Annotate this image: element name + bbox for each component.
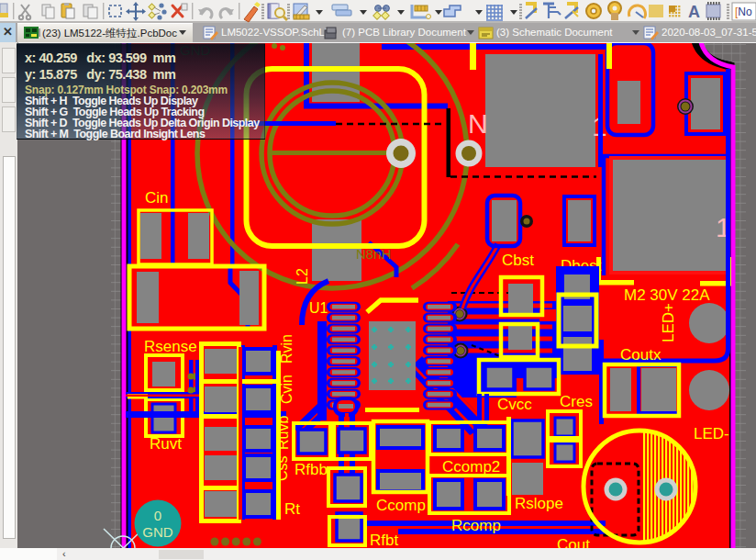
svg-text:Cres: Cres	[560, 393, 593, 410]
svg-text:U1: U1	[309, 300, 328, 316]
svg-text:Ccomp: Ccomp	[376, 497, 426, 514]
svg-text:0: 0	[154, 508, 161, 523]
svg-text:LED-: LED-	[694, 425, 729, 442]
svg-text:A: A	[688, 3, 700, 21]
svg-text:Cout: Cout	[557, 536, 590, 548]
svg-text:LED+: LED+	[660, 303, 677, 342]
svg-text:Rcomp: Rcomp	[451, 517, 501, 534]
svg-text:Rvin: Rvin	[279, 334, 295, 364]
svg-text:GND: GND	[142, 524, 173, 540]
svg-text:Rfbt: Rfbt	[370, 532, 398, 548]
svg-text:Coutx: Coutx	[620, 346, 662, 364]
svg-text:N8nH: N8nH	[356, 246, 391, 262]
svg-text:Rt: Rt	[284, 500, 300, 518]
svg-text:Ruvt: Ruvt	[150, 435, 182, 453]
svg-text:Rfbb: Rfbb	[295, 461, 328, 478]
svg-text:Cin: Cin	[145, 189, 169, 207]
svg-text:[No: [No	[735, 6, 752, 18]
svg-text:L2: L2	[295, 268, 310, 285]
svg-text:N: N	[468, 108, 488, 139]
svg-text:Cvcc: Cvcc	[497, 396, 532, 413]
svg-text:Rslope: Rslope	[515, 495, 563, 512]
svg-text:M2 30V 22A: M2 30V 22A	[624, 286, 710, 304]
svg-text:Cbst: Cbst	[502, 252, 534, 269]
svg-text:Ruvb: Ruvb	[275, 416, 291, 450]
svg-text:Cvin: Cvin	[279, 375, 295, 404]
svg-text:Rsense: Rsense	[144, 338, 197, 355]
svg-text:Ccomp2: Ccomp2	[442, 458, 500, 476]
svg-text:Css: Css	[274, 455, 290, 481]
